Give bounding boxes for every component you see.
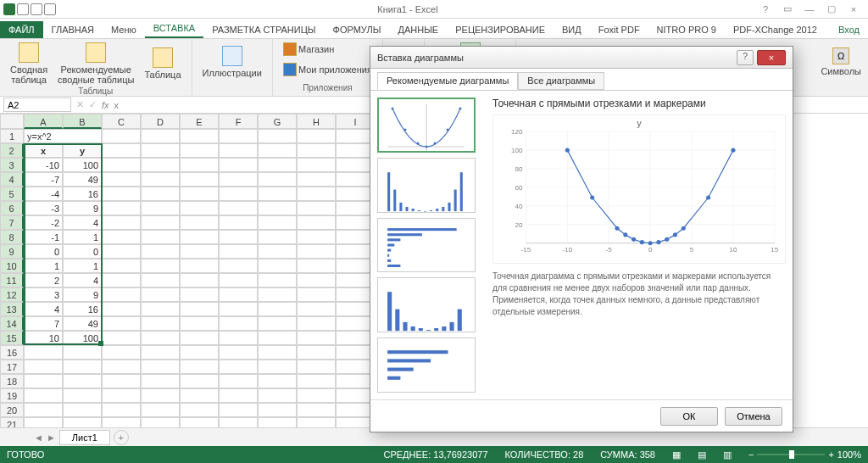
cell[interactable] [102, 215, 141, 230]
cell[interactable] [219, 215, 258, 230]
cell[interactable] [297, 273, 336, 287]
row-header[interactable]: 4 [0, 172, 24, 187]
cell[interactable] [102, 331, 141, 345]
cell[interactable] [297, 129, 336, 143]
cell[interactable] [141, 331, 180, 345]
column-header[interactable]: E [180, 114, 219, 129]
cancel-button[interactable]: Отмена [725, 407, 782, 426]
tab-nitro[interactable]: NITRO PRO 9 [648, 21, 725, 38]
cell[interactable] [141, 244, 180, 259]
cell[interactable] [258, 388, 297, 403]
sheet-tab[interactable]: Лист1 [59, 430, 110, 445]
cell[interactable] [219, 259, 258, 273]
cell[interactable] [219, 158, 258, 172]
row-header[interactable]: 5 [0, 187, 24, 201]
cell[interactable]: 9 [63, 201, 102, 215]
cell[interactable] [297, 187, 336, 201]
cell[interactable]: 49 [63, 172, 102, 187]
row-header[interactable]: 10 [0, 259, 24, 273]
row-header[interactable]: 11 [0, 273, 24, 287]
cell[interactable] [180, 172, 219, 187]
illustrations-button[interactable]: Иллюстрации [199, 44, 265, 80]
cell[interactable] [219, 273, 258, 287]
row-header[interactable]: 1 [0, 129, 24, 143]
redo-icon[interactable] [44, 3, 56, 15]
sheet-nav-prev-icon[interactable]: ◄ [34, 432, 43, 443]
cell[interactable] [180, 287, 219, 302]
cell[interactable] [102, 360, 141, 374]
cell[interactable] [297, 331, 336, 345]
cell[interactable]: y=x^2 [24, 129, 102, 143]
recommended-pivot-button[interactable]: Рекомендуемыесводные таблицы [54, 41, 137, 86]
row-header[interactable]: 6 [0, 201, 24, 215]
thumb-column-2[interactable] [377, 277, 476, 332]
cell[interactable]: 1 [24, 259, 63, 273]
minimize-icon[interactable]: — [800, 3, 819, 16]
cell[interactable]: 3 [24, 287, 63, 302]
cell[interactable]: 7 [24, 316, 63, 331]
ok-button[interactable]: ОК [660, 407, 718, 426]
row-header[interactable]: 14 [0, 316, 24, 331]
cell[interactable] [219, 143, 258, 158]
cell[interactable] [258, 129, 297, 143]
cell[interactable] [297, 201, 336, 215]
cell[interactable] [102, 187, 141, 201]
cell[interactable] [258, 215, 297, 230]
cell[interactable] [102, 302, 141, 316]
cell[interactable]: 0 [24, 244, 63, 259]
cell[interactable] [258, 316, 297, 331]
cell[interactable] [63, 345, 102, 360]
undo-icon[interactable] [31, 3, 42, 15]
tab-pdfxchange[interactable]: PDF-XChange 2012 [725, 21, 826, 38]
cell[interactable]: -3 [24, 201, 63, 215]
tab-review[interactable]: РЕЦЕНЗИРОВАНИЕ [447, 21, 554, 38]
cell[interactable] [258, 172, 297, 187]
cell[interactable] [219, 403, 258, 417]
cell[interactable] [219, 187, 258, 201]
cell[interactable]: 1 [63, 230, 102, 244]
cell[interactable] [102, 129, 141, 143]
row-header[interactable]: 7 [0, 215, 24, 230]
cell[interactable] [141, 360, 180, 374]
table-button[interactable]: Таблица [141, 46, 184, 81]
cell[interactable] [258, 345, 297, 360]
tab-pagelayout[interactable]: РАЗМЕТКА СТРАНИЦЫ [203, 21, 324, 38]
cell[interactable] [180, 345, 219, 360]
row-header[interactable]: 13 [0, 302, 24, 316]
cell[interactable] [297, 244, 336, 259]
cell[interactable] [141, 129, 180, 143]
cell[interactable] [102, 230, 141, 244]
column-header[interactable]: A [24, 114, 63, 129]
cell[interactable] [180, 374, 219, 388]
cell[interactable] [258, 331, 297, 345]
cell[interactable] [141, 287, 180, 302]
cell[interactable] [258, 259, 297, 273]
cell[interactable] [102, 273, 141, 287]
cell[interactable] [219, 345, 258, 360]
cell[interactable] [180, 230, 219, 244]
cell[interactable] [141, 201, 180, 215]
cell[interactable] [258, 287, 297, 302]
cell[interactable] [297, 143, 336, 158]
cell[interactable] [141, 273, 180, 287]
cell[interactable] [141, 230, 180, 244]
row-header[interactable]: 20 [0, 403, 24, 417]
cell[interactable] [180, 244, 219, 259]
close-icon[interactable]: × [844, 3, 863, 16]
tab-view[interactable]: ВИД [554, 21, 590, 38]
dialog-titlebar[interactable]: Вставка диаграммы ? × [370, 47, 793, 69]
cell[interactable] [297, 302, 336, 316]
cell[interactable]: 1 [63, 259, 102, 273]
cell[interactable] [180, 129, 219, 143]
cell[interactable] [219, 287, 258, 302]
cell[interactable] [180, 302, 219, 316]
cell[interactable]: x [24, 143, 63, 158]
row-header[interactable]: 15 [0, 331, 24, 345]
cell[interactable] [258, 187, 297, 201]
cell[interactable] [102, 143, 141, 158]
cell[interactable] [297, 172, 336, 187]
thumb-bar[interactable] [377, 218, 476, 273]
cell[interactable] [63, 388, 102, 403]
cell[interactable] [219, 331, 258, 345]
cell[interactable] [297, 360, 336, 374]
